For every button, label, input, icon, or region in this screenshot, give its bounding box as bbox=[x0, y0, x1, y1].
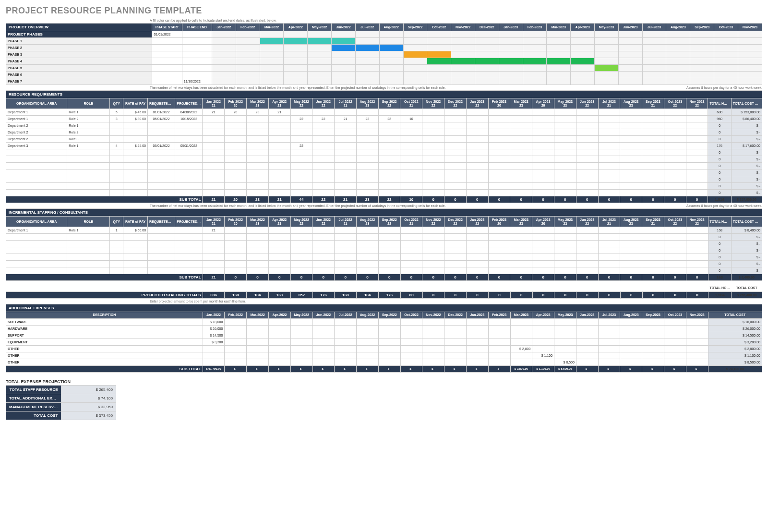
gantt-cell[interactable] bbox=[571, 65, 595, 72]
gantt-cell[interactable] bbox=[427, 51, 451, 58]
cell[interactable] bbox=[378, 261, 400, 267]
gantt-cell[interactable] bbox=[284, 31, 308, 38]
cell[interactable] bbox=[312, 325, 335, 332]
cell[interactable] bbox=[400, 136, 422, 143]
gantt-cell[interactable] bbox=[523, 58, 547, 65]
cell[interactable] bbox=[356, 109, 378, 116]
gantt-cell[interactable] bbox=[690, 38, 714, 45]
cell[interactable] bbox=[532, 149, 554, 156]
cell[interactable] bbox=[510, 149, 532, 156]
cell[interactable]: 05/01/2022 bbox=[148, 143, 175, 149]
cell[interactable]: 21 bbox=[268, 109, 290, 116]
cell[interactable] bbox=[686, 143, 708, 149]
cell[interactable] bbox=[175, 261, 203, 267]
cell[interactable] bbox=[378, 254, 400, 261]
cell[interactable] bbox=[422, 267, 444, 274]
gantt-cell[interactable] bbox=[308, 65, 332, 72]
cell[interactable] bbox=[67, 156, 110, 163]
cell[interactable] bbox=[554, 267, 576, 274]
cell[interactable] bbox=[532, 261, 554, 267]
cell[interactable] bbox=[576, 352, 598, 359]
gantt-cell[interactable] bbox=[547, 58, 571, 65]
gantt-cell[interactable] bbox=[427, 78, 451, 85]
cell[interactable] bbox=[576, 156, 598, 163]
gantt-cell[interactable] bbox=[714, 58, 738, 65]
gantt-cell[interactable] bbox=[403, 38, 427, 45]
cell[interactable] bbox=[554, 332, 576, 339]
cell[interactable] bbox=[686, 359, 708, 365]
cell[interactable] bbox=[444, 183, 467, 190]
cell[interactable] bbox=[123, 247, 148, 254]
cell[interactable] bbox=[422, 241, 444, 247]
cell[interactable] bbox=[356, 169, 378, 176]
cell[interactable] bbox=[664, 359, 686, 365]
cell[interactable] bbox=[488, 267, 510, 274]
cell[interactable] bbox=[400, 352, 422, 359]
gantt-cell[interactable] bbox=[284, 38, 308, 45]
cell[interactable] bbox=[598, 149, 620, 156]
cell[interactable] bbox=[312, 345, 335, 352]
gantt-cell[interactable] bbox=[403, 78, 427, 85]
cell[interactable] bbox=[554, 163, 576, 169]
cell[interactable] bbox=[598, 109, 620, 116]
cell[interactable] bbox=[225, 318, 247, 325]
cell[interactable] bbox=[378, 163, 400, 169]
cell[interactable] bbox=[203, 254, 225, 261]
cell[interactable] bbox=[488, 122, 510, 129]
cell[interactable]: Role 1 bbox=[67, 109, 110, 116]
gantt-cell[interactable] bbox=[403, 65, 427, 72]
cell[interactable] bbox=[175, 234, 203, 241]
cell[interactable] bbox=[620, 129, 642, 136]
gantt-cell[interactable] bbox=[642, 31, 666, 38]
cell[interactable] bbox=[378, 325, 400, 332]
gantt-cell[interactable] bbox=[260, 51, 284, 58]
cell[interactable] bbox=[312, 183, 335, 190]
cell[interactable] bbox=[686, 267, 708, 274]
cell[interactable] bbox=[203, 234, 225, 241]
cell[interactable] bbox=[576, 325, 598, 332]
cell[interactable] bbox=[378, 339, 400, 345]
cell[interactable] bbox=[664, 136, 686, 143]
cell[interactable] bbox=[576, 143, 598, 149]
gantt-cell[interactable] bbox=[714, 78, 738, 85]
cell[interactable] bbox=[422, 234, 444, 241]
cell[interactable] bbox=[290, 234, 312, 241]
cell[interactable] bbox=[247, 234, 269, 241]
gantt-cell[interactable] bbox=[284, 78, 308, 85]
cell[interactable] bbox=[488, 254, 510, 261]
gantt-cell[interactable] bbox=[236, 58, 260, 65]
cell[interactable] bbox=[686, 247, 708, 254]
cell[interactable] bbox=[642, 332, 664, 339]
gantt-cell[interactable] bbox=[547, 78, 571, 85]
cell[interactable] bbox=[620, 122, 642, 129]
cell[interactable] bbox=[182, 45, 212, 51]
cell[interactable] bbox=[67, 190, 110, 196]
cell[interactable] bbox=[312, 339, 335, 345]
cell[interactable] bbox=[510, 241, 532, 247]
cell[interactable] bbox=[620, 261, 642, 267]
cell[interactable] bbox=[335, 183, 357, 190]
cell[interactable] bbox=[378, 359, 400, 365]
cell[interactable] bbox=[467, 339, 489, 345]
gantt-cell[interactable] bbox=[475, 38, 499, 45]
gantt-cell[interactable] bbox=[475, 31, 499, 38]
cell[interactable] bbox=[686, 241, 708, 247]
cell[interactable] bbox=[422, 136, 444, 143]
cell[interactable]: Department 1 bbox=[6, 109, 67, 116]
cell[interactable] bbox=[642, 183, 664, 190]
cell[interactable] bbox=[123, 254, 148, 261]
cell[interactable] bbox=[335, 254, 357, 261]
gantt-cell[interactable] bbox=[332, 51, 356, 58]
cell[interactable] bbox=[123, 176, 148, 183]
cell[interactable] bbox=[356, 156, 378, 163]
cell[interactable] bbox=[444, 261, 467, 267]
cell[interactable] bbox=[422, 325, 444, 332]
cell[interactable] bbox=[488, 109, 510, 116]
cell[interactable] bbox=[598, 143, 620, 149]
cell[interactable] bbox=[123, 129, 148, 136]
cell[interactable] bbox=[312, 163, 335, 169]
cell[interactable] bbox=[357, 254, 379, 261]
gantt-cell[interactable] bbox=[260, 78, 284, 85]
cell[interactable] bbox=[148, 169, 175, 176]
gantt-cell[interactable] bbox=[260, 38, 284, 45]
